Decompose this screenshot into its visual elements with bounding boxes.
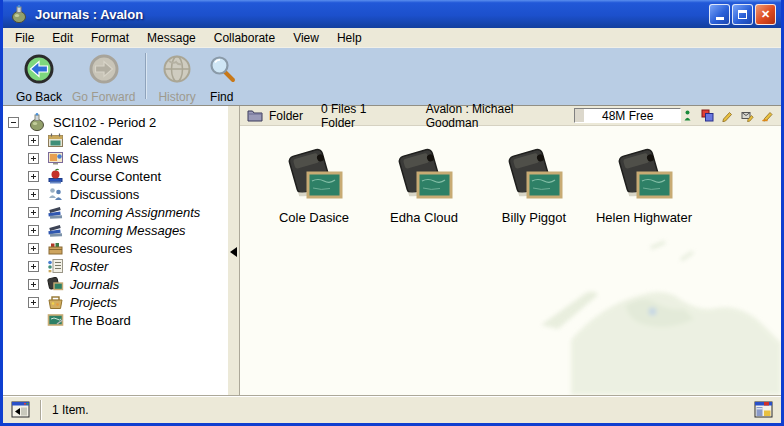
menu-bar: File Edit Format Message Collaborate Vie… — [3, 28, 781, 47]
calendar-icon — [47, 132, 64, 148]
menu-view[interactable]: View — [284, 29, 328, 47]
tree-item-label: Resources — [70, 241, 132, 256]
apple-books-icon — [47, 168, 64, 184]
globe-icon — [161, 53, 193, 89]
toggle-pane-icon[interactable] — [11, 401, 30, 418]
free-space-label: 48M Free — [602, 109, 653, 123]
user-icon[interactable] — [681, 109, 694, 122]
tree-item-discussions[interactable]: Discussions — [3, 185, 227, 203]
go-back-button[interactable]: Go Back — [11, 52, 67, 105]
journal-book-icon — [393, 148, 455, 206]
menu-file[interactable]: File — [6, 29, 43, 47]
tree-item-resources[interactable]: Resources — [3, 239, 227, 257]
people-icon — [47, 186, 64, 202]
maximize-button[interactable] — [732, 4, 753, 25]
folder-type-label: Folder — [269, 109, 303, 123]
map-watermark — [531, 230, 781, 395]
layers-icon[interactable] — [701, 109, 714, 122]
journal-label: Billy Piggot — [502, 210, 566, 225]
menu-edit[interactable]: Edit — [43, 29, 82, 47]
expand-box-icon[interactable] — [28, 189, 39, 200]
window-controls: ✕ — [709, 4, 776, 25]
status-separator — [40, 400, 42, 420]
mail-edit-icon[interactable] — [741, 109, 754, 122]
pencil-icon[interactable] — [721, 109, 734, 122]
expand-box-icon[interactable] — [28, 279, 39, 290]
tree-item-the-board[interactable]: The Board — [3, 311, 227, 329]
status-bar: 1 Item. — [3, 395, 781, 423]
tree-item-projects[interactable]: Projects — [3, 293, 227, 311]
header-action-icons — [681, 109, 777, 122]
content-area: SCI102 - Period 2 Calendar — [3, 105, 781, 395]
journal-label: Helen Highwater — [596, 210, 692, 225]
tree-item-label: Incoming Messages — [70, 223, 186, 238]
tree-item-label: Class News — [70, 151, 139, 166]
title-bar: Journals : Avalon ✕ — [3, 0, 781, 28]
expand-box-icon[interactable] — [28, 297, 39, 308]
flask-icon — [27, 112, 47, 132]
pen-icon[interactable] — [761, 109, 774, 122]
toolbar-separator — [145, 53, 146, 99]
journal-book-icon — [613, 148, 675, 206]
menu-help[interactable]: Help — [328, 29, 371, 47]
journal-book-icon — [503, 148, 565, 206]
journal-book-icon — [283, 148, 345, 206]
layout-view-icon[interactable] — [754, 401, 773, 418]
files-area: Cole Dasice — [240, 126, 781, 395]
class-tree-pane: SCI102 - Period 2 Calendar — [3, 106, 227, 395]
minimize-button[interactable] — [709, 4, 730, 25]
books-stack-icon — [47, 204, 64, 220]
expand-box-icon[interactable] — [28, 261, 39, 272]
menu-collaborate[interactable]: Collaborate — [205, 29, 284, 47]
free-space-gauge: 48M Free — [574, 108, 681, 123]
menu-format[interactable]: Format — [82, 29, 138, 47]
chalkboard-icon — [47, 312, 64, 328]
expand-box-icon[interactable] — [28, 135, 39, 146]
folder-info-bar: Folder 0 Files 1 Folder Avalon : Michael… — [240, 106, 781, 126]
journal-item-edha-cloud[interactable]: Edha Cloud — [372, 148, 476, 225]
tree-item-label: Course Content — [70, 169, 161, 184]
tree-item-journals[interactable]: Journals — [3, 275, 227, 293]
expand-box-icon[interactable] — [28, 225, 39, 236]
window-title: Journals : Avalon — [35, 7, 703, 22]
tree-item-label: Incoming Assignments — [70, 205, 200, 220]
expand-box-icon[interactable] — [28, 153, 39, 164]
history-label: History — [158, 90, 195, 104]
tree-root-sci102[interactable]: SCI102 - Period 2 — [3, 113, 227, 131]
tree-item-label: Calendar — [70, 133, 123, 148]
go-back-label: Go Back — [16, 90, 62, 104]
journal-item-billy-piggot[interactable]: Billy Piggot — [482, 148, 586, 225]
journal-item-cole-dasice[interactable]: Cole Dasice — [262, 148, 366, 225]
expand-box-icon[interactable] — [28, 171, 39, 182]
tree-item-label: Roster — [70, 259, 108, 274]
tree-item-course-content[interactable]: Course Content — [3, 167, 227, 185]
tree-item-incoming-messages[interactable]: Incoming Messages — [3, 221, 227, 239]
app-flask-icon — [9, 4, 29, 24]
collapse-box-icon[interactable] — [8, 117, 19, 128]
magnifier-icon — [206, 53, 238, 89]
pane-splitter[interactable] — [227, 106, 240, 395]
find-button[interactable]: Find — [201, 52, 243, 105]
tree-item-label: Journals — [70, 277, 119, 292]
books-stack-icon — [47, 222, 64, 238]
history-button: History — [153, 52, 200, 105]
expand-box-icon[interactable] — [28, 207, 39, 218]
journal-book-icon — [47, 276, 64, 292]
close-button[interactable]: ✕ — [755, 4, 776, 25]
tree-item-calendar[interactable]: Calendar — [3, 131, 227, 149]
journal-item-helen-highwater[interactable]: Helen Highwater — [592, 148, 696, 225]
expand-box-icon[interactable] — [28, 243, 39, 254]
folder-icon — [247, 109, 263, 122]
go-forward-button: Go Forward — [67, 52, 140, 105]
go-forward-label: Go Forward — [72, 90, 135, 104]
menu-message[interactable]: Message — [138, 29, 205, 47]
app-window: Journals : Avalon ✕ File Edit Format Mes… — [0, 0, 784, 426]
tree-item-label: Projects — [70, 295, 117, 310]
tree-item-class-news[interactable]: Class News — [3, 149, 227, 167]
tree-item-incoming-assignments[interactable]: Incoming Assignments — [3, 203, 227, 221]
tree-root-label: SCI102 - Period 2 — [53, 115, 156, 130]
collapse-arrow-icon[interactable] — [230, 247, 237, 257]
tree-item-roster[interactable]: Roster — [3, 257, 227, 275]
forward-arrow-icon — [88, 53, 120, 89]
toolbar: Go Back Go Forward History — [3, 47, 781, 105]
